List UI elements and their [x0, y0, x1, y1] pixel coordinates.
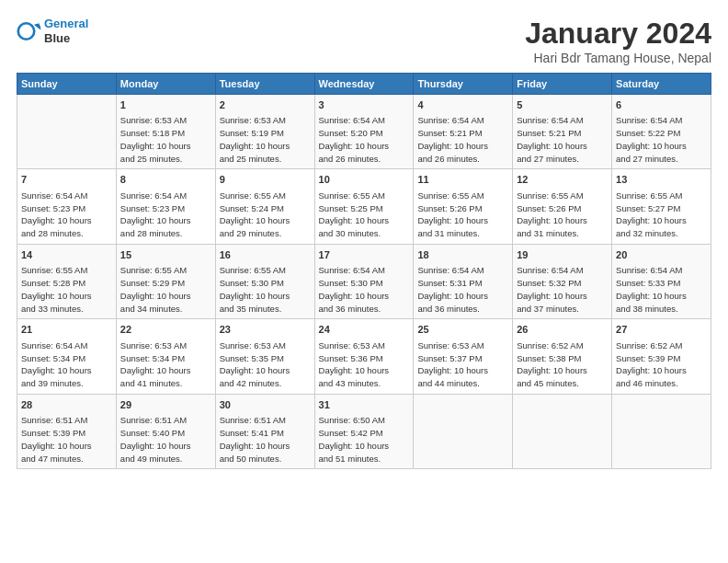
day-number: 26: [517, 323, 608, 337]
day-number: 21: [21, 323, 112, 337]
day-number: 19: [517, 248, 608, 262]
day-number: 15: [120, 248, 211, 262]
day-info: Sunrise: 6:55 AM Sunset: 5:27 PM Dayligh…: [616, 190, 707, 240]
day-number: 17: [319, 248, 410, 262]
calendar-cell: 3Sunrise: 6:54 AM Sunset: 5:20 PM Daylig…: [314, 95, 414, 169]
day-info: Sunrise: 6:54 AM Sunset: 5:31 PM Dayligh…: [417, 264, 508, 315]
day-info: Sunrise: 6:54 AM Sunset: 5:23 PM Dayligh…: [21, 190, 112, 240]
day-info: Sunrise: 6:54 AM Sunset: 5:21 PM Dayligh…: [417, 114, 508, 165]
calendar-cell: [414, 394, 513, 468]
weekday-header-thursday: Thursday: [414, 74, 513, 95]
weekday-header-friday: Friday: [513, 74, 612, 95]
day-number: 13: [616, 173, 707, 187]
calendar-thead: SundayMondayTuesdayWednesdayThursdayFrid…: [17, 74, 711, 95]
day-info: Sunrise: 6:54 AM Sunset: 5:34 PM Dayligh…: [21, 339, 112, 390]
day-number: 30: [220, 398, 311, 412]
day-info: Sunrise: 6:55 AM Sunset: 5:25 PM Dayligh…: [319, 190, 410, 240]
day-number: 6: [616, 98, 707, 112]
calendar-table: SundayMondayTuesdayWednesdayThursdayFrid…: [17, 73, 711, 469]
calendar-week-row: 14Sunrise: 6:55 AM Sunset: 5:28 PM Dayli…: [17, 244, 711, 318]
day-number: 20: [616, 248, 707, 262]
calendar-cell: 13Sunrise: 6:55 AM Sunset: 5:27 PM Dayli…: [612, 169, 711, 244]
day-number: 31: [319, 398, 410, 412]
day-number: 18: [417, 248, 508, 262]
day-number: 29: [120, 398, 211, 412]
weekday-header-wednesday: Wednesday: [314, 74, 414, 95]
day-info: Sunrise: 6:54 AM Sunset: 5:32 PM Dayligh…: [517, 264, 608, 315]
calendar-week-row: 21Sunrise: 6:54 AM Sunset: 5:34 PM Dayli…: [17, 319, 711, 394]
day-number: 24: [319, 323, 410, 337]
calendar-cell: 5Sunrise: 6:54 AM Sunset: 5:21 PM Daylig…: [513, 95, 612, 169]
weekday-header-row: SundayMondayTuesdayWednesdayThursdayFrid…: [17, 74, 711, 95]
calendar-cell: 16Sunrise: 6:55 AM Sunset: 5:30 PM Dayli…: [215, 244, 314, 318]
calendar-container: General Blue January 2024 Hari Bdr Taman…: [0, 0, 728, 563]
calendar-cell: 24Sunrise: 6:53 AM Sunset: 5:36 PM Dayli…: [314, 319, 414, 394]
calendar-cell: 10Sunrise: 6:55 AM Sunset: 5:25 PM Dayli…: [314, 169, 414, 244]
svg-point-0: [18, 23, 35, 40]
day-number: 25: [417, 323, 508, 337]
calendar-cell: [513, 394, 612, 468]
day-info: Sunrise: 6:53 AM Sunset: 5:18 PM Dayligh…: [120, 114, 211, 165]
logo-line1: General: [44, 17, 88, 30]
day-info: Sunrise: 6:53 AM Sunset: 5:35 PM Dayligh…: [220, 339, 311, 390]
day-info: Sunrise: 6:51 AM Sunset: 5:39 PM Dayligh…: [21, 414, 112, 465]
calendar-cell: 27Sunrise: 6:52 AM Sunset: 5:39 PM Dayli…: [612, 319, 711, 394]
weekday-header-monday: Monday: [116, 74, 215, 95]
day-number: 23: [220, 323, 311, 337]
day-info: Sunrise: 6:54 AM Sunset: 5:22 PM Dayligh…: [616, 114, 707, 165]
day-number: 22: [120, 323, 211, 337]
day-number: 1: [120, 98, 211, 112]
calendar-cell: 22Sunrise: 6:53 AM Sunset: 5:34 PM Dayli…: [116, 319, 215, 394]
day-info: Sunrise: 6:55 AM Sunset: 5:26 PM Dayligh…: [417, 190, 508, 240]
day-info: Sunrise: 6:54 AM Sunset: 5:23 PM Dayligh…: [120, 190, 211, 240]
logo-text: General Blue: [44, 17, 88, 45]
day-info: Sunrise: 6:53 AM Sunset: 5:36 PM Dayligh…: [319, 339, 410, 390]
day-info: Sunrise: 6:55 AM Sunset: 5:28 PM Dayligh…: [21, 264, 112, 315]
day-info: Sunrise: 6:54 AM Sunset: 5:33 PM Dayligh…: [616, 264, 707, 315]
logo-icon: [17, 18, 42, 44]
calendar-cell: 20Sunrise: 6:54 AM Sunset: 5:33 PM Dayli…: [612, 244, 711, 318]
day-number: 28: [21, 398, 112, 412]
calendar-cell: 29Sunrise: 6:51 AM Sunset: 5:40 PM Dayli…: [116, 394, 215, 468]
calendar-cell: [17, 95, 117, 169]
logo-line2: Blue: [44, 31, 70, 45]
calendar-tbody: 1Sunrise: 6:53 AM Sunset: 5:18 PM Daylig…: [17, 95, 711, 469]
day-info: Sunrise: 6:51 AM Sunset: 5:41 PM Dayligh…: [220, 414, 311, 465]
day-info: Sunrise: 6:53 AM Sunset: 5:37 PM Dayligh…: [417, 339, 508, 390]
title-block: January 2024 Hari Bdr Tamang House, Nepa…: [525, 17, 711, 65]
day-info: Sunrise: 6:55 AM Sunset: 5:29 PM Dayligh…: [120, 264, 211, 315]
calendar-week-row: 7Sunrise: 6:54 AM Sunset: 5:23 PM Daylig…: [17, 169, 711, 244]
day-info: Sunrise: 6:54 AM Sunset: 5:20 PM Dayligh…: [319, 114, 410, 165]
day-info: Sunrise: 6:53 AM Sunset: 5:34 PM Dayligh…: [120, 339, 211, 390]
calendar-cell: [612, 394, 711, 468]
calendar-cell: 30Sunrise: 6:51 AM Sunset: 5:41 PM Dayli…: [215, 394, 314, 468]
day-number: 7: [21, 173, 112, 187]
calendar-cell: 15Sunrise: 6:55 AM Sunset: 5:29 PM Dayli…: [116, 244, 215, 318]
day-number: 8: [120, 173, 211, 187]
day-info: Sunrise: 6:55 AM Sunset: 5:24 PM Dayligh…: [220, 190, 311, 240]
calendar-cell: 4Sunrise: 6:54 AM Sunset: 5:21 PM Daylig…: [414, 95, 513, 169]
calendar-cell: 11Sunrise: 6:55 AM Sunset: 5:26 PM Dayli…: [414, 169, 513, 244]
weekday-header-sunday: Sunday: [17, 74, 117, 95]
day-number: 14: [21, 248, 112, 262]
day-info: Sunrise: 6:53 AM Sunset: 5:19 PM Dayligh…: [220, 114, 311, 165]
calendar-cell: 7Sunrise: 6:54 AM Sunset: 5:23 PM Daylig…: [17, 169, 117, 244]
calendar-cell: 2Sunrise: 6:53 AM Sunset: 5:19 PM Daylig…: [215, 95, 314, 169]
day-info: Sunrise: 6:55 AM Sunset: 5:30 PM Dayligh…: [220, 264, 311, 315]
calendar-cell: 23Sunrise: 6:53 AM Sunset: 5:35 PM Dayli…: [215, 319, 314, 394]
calendar-cell: 9Sunrise: 6:55 AM Sunset: 5:24 PM Daylig…: [215, 169, 314, 244]
day-number: 9: [220, 173, 311, 187]
calendar-week-row: 1Sunrise: 6:53 AM Sunset: 5:18 PM Daylig…: [17, 95, 711, 169]
weekday-header-saturday: Saturday: [612, 74, 711, 95]
day-number: 16: [220, 248, 311, 262]
calendar-cell: 17Sunrise: 6:54 AM Sunset: 5:30 PM Dayli…: [314, 244, 414, 318]
day-info: Sunrise: 6:50 AM Sunset: 5:42 PM Dayligh…: [319, 414, 410, 465]
calendar-week-row: 28Sunrise: 6:51 AM Sunset: 5:39 PM Dayli…: [17, 394, 711, 468]
calendar-cell: 25Sunrise: 6:53 AM Sunset: 5:37 PM Dayli…: [414, 319, 513, 394]
day-number: 11: [417, 173, 508, 187]
calendar-cell: 12Sunrise: 6:55 AM Sunset: 5:26 PM Dayli…: [513, 169, 612, 244]
day-number: 4: [417, 98, 508, 112]
calendar-cell: 8Sunrise: 6:54 AM Sunset: 5:23 PM Daylig…: [116, 169, 215, 244]
day-info: Sunrise: 6:55 AM Sunset: 5:26 PM Dayligh…: [517, 190, 608, 240]
day-number: 2: [220, 98, 311, 112]
